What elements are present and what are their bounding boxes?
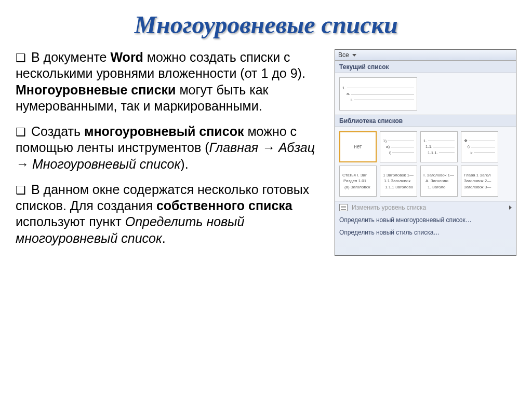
lvl2: A. Заголово <box>425 178 448 184</box>
list-option-h[interactable]: Глава 1 Загол Заголовок 2— Заголовок 3— <box>461 166 498 197</box>
chevron-down-icon <box>352 54 356 57</box>
list-option-g[interactable]: I. Заголовок 1— A. Заголово 1. Заголо <box>420 166 458 197</box>
bullet-icon <box>16 124 31 139</box>
section-library: Библиотека списков <box>335 115 516 127</box>
panel-footer: Изменить уровень списка Определить новый… <box>335 201 516 239</box>
lvl2: 1.1. <box>425 144 432 149</box>
lvl1: 1. <box>342 85 346 91</box>
text: В документе <box>31 50 110 64</box>
lvl2: Заголовок 2— <box>464 178 491 184</box>
page-title: Многоуровневые списки <box>16 10 516 39</box>
list-option-none[interactable]: нет <box>339 131 377 162</box>
paragraph-2: Создать многоуровневый список можно с по… <box>16 123 324 172</box>
lvl1: I. Заголовок 1— <box>423 172 454 178</box>
paragraph-3: В данном окне содержатся несколько готов… <box>16 182 324 246</box>
lvl1: ❖ <box>464 138 468 144</box>
text-bold: собственного списка <box>156 198 292 213</box>
content-area: В документе Word можно создать списки с … <box>16 49 516 256</box>
lvl2: ◇ <box>467 144 470 149</box>
list-option-b[interactable]: 1) a) i) <box>380 131 417 162</box>
lvl2: Раздел 1.01 <box>343 178 366 184</box>
lvl1: Глава 1 Загол <box>464 172 490 178</box>
lvl3: 1.1.1. <box>428 150 438 156</box>
lvl3: 1.1.1 Заголово <box>385 184 413 190</box>
text: используют пункт <box>16 214 125 229</box>
lvl1: Статья I. Заг <box>342 172 367 178</box>
lvl1: 1) <box>383 138 387 144</box>
none-label: нет <box>354 143 362 150</box>
text: ). <box>180 157 188 171</box>
define-new-list-item[interactable]: Определить новый многоуровневый список… <box>335 214 516 226</box>
text-bold: Многоуровневые списки <box>16 83 176 97</box>
lvl3: Заголовок 3— <box>464 184 491 190</box>
library-grid: нет 1) a) i) 1. 1.1. 1.1.1. ❖ ◇ > Статья… <box>335 127 516 201</box>
menu-label: Изменить уровень списка <box>352 204 426 211</box>
menu-label: Определить новый многоуровневый список… <box>339 216 472 224</box>
lvl3: i. <box>351 97 353 103</box>
text: Создать <box>31 124 84 139</box>
dropdown-label: Все <box>338 51 349 59</box>
panel-header[interactable]: Все <box>335 50 516 61</box>
lvl3: 1. Заголо <box>428 184 445 190</box>
lvl1: 1 Заголовок 1— <box>383 172 414 178</box>
list-option-d[interactable]: ❖ ◇ > <box>461 131 498 162</box>
multilevel-list-panel: Все Текущий список 1. a. i. Библиотека с… <box>335 49 516 256</box>
lvl2: 1.1 Заголовок <box>384 178 410 184</box>
bullet-icon <box>16 50 31 64</box>
chevron-right-icon <box>509 205 512 210</box>
change-level-item: Изменить уровень списка <box>335 201 516 214</box>
text-bold: многоуровневый список <box>84 124 244 139</box>
lvl1: 1. <box>423 138 427 144</box>
lvl3: (a) Заголовок <box>344 184 370 190</box>
text-column: В документе Word можно создать списки с … <box>16 49 324 256</box>
menu-label: Определить новый стиль списка… <box>339 229 440 236</box>
list-option-current[interactable]: 1. a. i. <box>339 77 417 111</box>
all-dropdown[interactable]: Все <box>338 51 356 59</box>
text: . <box>162 231 166 245</box>
lvl2: a) <box>386 144 390 149</box>
define-new-style-item[interactable]: Определить новый стиль списка… <box>335 226 516 239</box>
indent-icon <box>339 204 348 211</box>
current-list-grid: 1. a. i. <box>335 73 516 115</box>
text-bold: Word <box>110 50 143 64</box>
bullet-icon <box>16 182 31 197</box>
lvl3: i) <box>389 150 391 156</box>
list-option-c[interactable]: 1. 1.1. 1.1.1. <box>420 131 458 162</box>
section-current-list: Текущий список <box>335 61 516 73</box>
lvl2: a. <box>347 91 350 97</box>
list-option-f[interactable]: 1 Заголовок 1— 1.1 Заголовок 1.1.1 Загол… <box>380 166 417 197</box>
list-option-e[interactable]: Статья I. Заг Раздел 1.01 (a) Заголовок <box>339 166 377 197</box>
paragraph-1: В документе Word можно создать списки с … <box>16 49 324 114</box>
lvl3: > <box>470 150 473 156</box>
